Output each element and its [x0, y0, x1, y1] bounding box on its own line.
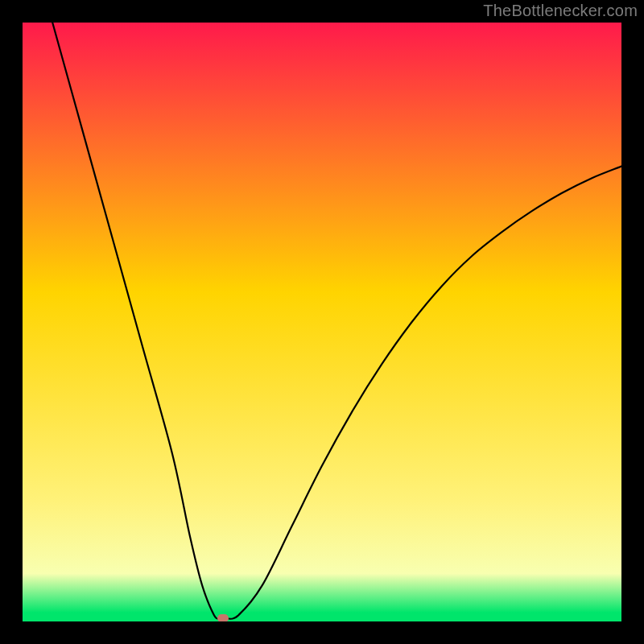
heat-gradient: [23, 23, 621, 621]
svg-rect-0: [23, 23, 621, 621]
chart-stage: TheBottlenecker.com: [0, 0, 644, 644]
watermark-text: TheBottlenecker.com: [483, 2, 638, 20]
optimal-point-marker: [217, 614, 229, 621]
plot-frame: [23, 23, 621, 621]
